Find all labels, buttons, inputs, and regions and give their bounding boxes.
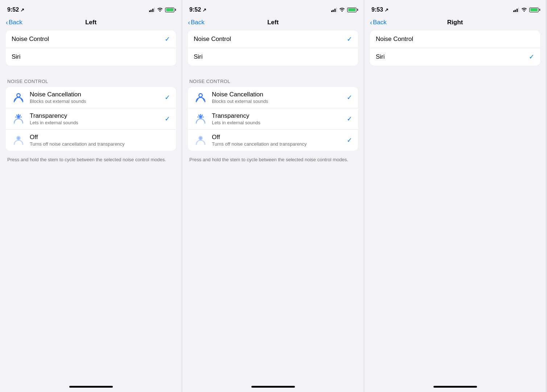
svg-point-3 [17, 116, 20, 118]
menu-label-siri-3: Siri [376, 53, 385, 61]
svg-point-14 [200, 116, 202, 118]
svg-point-21 [200, 137, 202, 139]
off-text-2: Off Turns off noise cancellation and tra… [212, 134, 342, 147]
transparency-subtitle-1: Lets in external sounds [30, 120, 160, 125]
off-icon-1 [12, 133, 25, 147]
back-label-1: Back [9, 19, 22, 26]
status-time-3: 9:53 ↗ [371, 7, 388, 13]
back-label-3: Back [373, 19, 387, 26]
status-icons-1 [149, 7, 175, 13]
noise-cancellation-check-1: ✓ [165, 93, 170, 101]
section-header-1: NOISE CONTROL [6, 79, 176, 84]
noise-cancellation-text-2: Noise Cancellation Blocks out external s… [212, 91, 342, 104]
menu-label-noise-3: Noise Control [376, 36, 413, 43]
menu-item-siri-2[interactable]: Siri ✓ [188, 48, 358, 66]
svg-point-12 [200, 94, 202, 97]
back-button-3[interactable]: ‹ Back [370, 19, 387, 26]
time-label: 9:52 [7, 7, 19, 13]
transparency-subtitle-2: Lets in external sounds [212, 120, 342, 125]
menu-card-3: Noise Control ✓ Siri ✓ [370, 30, 540, 66]
content-2: Noise Control ✓ Siri ✓ NOISE CONTROL [182, 30, 364, 383]
battery-icon-2 [347, 8, 357, 12]
menu-item-noise-control-2[interactable]: Noise Control ✓ [188, 30, 358, 48]
location-icon: ↗ [20, 7, 24, 13]
back-label-2: Back [191, 19, 205, 26]
menu-label-noise-1: Noise Control [12, 36, 49, 43]
status-bar-1: 9:52 ↗ [0, 0, 182, 17]
noise-cancellation-icon-1 [12, 91, 25, 104]
menu-label-siri-2: Siri [194, 53, 203, 61]
transparency-item-1[interactable]: Transparency Lets in external sounds ✓ [6, 108, 176, 130]
svg-point-17 [203, 117, 204, 118]
wifi-icon-2 [339, 7, 345, 13]
status-icons-2 [331, 7, 357, 13]
menu-check-noise-2: ✓ [347, 35, 352, 43]
footer-note-2: Press and hold the stem to cycle between… [188, 157, 358, 163]
svg-point-18 [198, 115, 200, 116]
noise-cancellation-item-2[interactable]: Noise Cancellation Blocks out external s… [188, 87, 358, 108]
time-label-2: 9:52 [189, 7, 201, 13]
section-header-2: NOISE CONTROL [188, 79, 358, 84]
menu-label-noise-2: Noise Control [194, 36, 231, 43]
back-chevron-icon-2: ‹ [188, 19, 190, 26]
menu-item-siri-1[interactable]: Siri ✓ [6, 48, 176, 66]
status-icons-3 [513, 7, 539, 13]
nav-bar-3: ‹ Back Right [364, 17, 546, 30]
time-label-3: 9:53 [371, 7, 383, 13]
menu-item-noise-control-3[interactable]: Noise Control ✓ [370, 30, 540, 48]
noise-cancellation-subtitle-2: Blocks out external sounds [212, 99, 342, 104]
transparency-check-1: ✓ [165, 115, 170, 123]
noise-cancellation-check-2: ✓ [347, 93, 352, 101]
menu-item-noise-control-1[interactable]: Noise Control ✓ [6, 30, 176, 48]
status-bar-2: 9:52 ↗ [182, 0, 364, 17]
svg-point-10 [17, 137, 20, 139]
nav-bar-1: ‹ Back Left [0, 17, 182, 30]
off-check-2: ✓ [347, 136, 352, 144]
off-item-2[interactable]: Off Turns off noise cancellation and tra… [188, 130, 358, 151]
phone-screen-1: 9:52 ↗ ‹ Back Left [0, 0, 182, 392]
content-3: Noise Control ✓ Siri ✓ [364, 30, 546, 383]
signal-icon [149, 8, 155, 12]
back-button-2[interactable]: ‹ Back [188, 19, 205, 26]
noise-cancellation-title-2: Noise Cancellation [212, 91, 342, 98]
phone-screen-3: 9:53 ↗ ‹ Back Right Noi [364, 0, 546, 392]
transparency-text-1: Transparency Lets in external sounds [30, 112, 160, 125]
home-bar-3 [433, 386, 477, 388]
noise-cancellation-item-1[interactable]: Noise Cancellation Blocks out external s… [6, 87, 176, 108]
transparency-check-2: ✓ [347, 115, 352, 123]
nav-title-2: Left [267, 19, 279, 26]
svg-point-7 [16, 115, 17, 116]
transparency-icon-2 [194, 112, 207, 126]
home-bar-1 [69, 386, 113, 388]
off-subtitle-1: Turns off noise cancellation and transpa… [30, 141, 160, 147]
wifi-icon-3 [521, 7, 527, 13]
menu-label-siri-1: Siri [12, 53, 21, 61]
battery-icon-3 [529, 8, 539, 12]
off-item-1[interactable]: Off Turns off noise cancellation and tra… [6, 130, 176, 151]
menu-card-1: Noise Control ✓ Siri ✓ [6, 30, 176, 66]
transparency-icon-1 [12, 112, 25, 126]
status-time-1: 9:52 ↗ [7, 7, 24, 13]
status-bar-3: 9:53 ↗ [364, 0, 546, 17]
menu-item-siri-3[interactable]: Siri ✓ [370, 48, 540, 66]
back-button-1[interactable]: ‹ Back [6, 19, 22, 26]
noise-cancellation-title-1: Noise Cancellation [30, 91, 160, 98]
nav-bar-2: ‹ Back Left [182, 17, 364, 30]
content-1: Noise Control ✓ Siri ✓ NOISE CONTROL [0, 30, 182, 383]
nav-title-3: Right [447, 19, 463, 26]
svg-point-1 [17, 94, 20, 97]
svg-point-19 [197, 117, 198, 118]
svg-point-5 [20, 115, 21, 116]
back-chevron-icon: ‹ [6, 19, 8, 26]
phone-screen-2: 9:52 ↗ ‹ Back Left Nois [182, 0, 364, 392]
noise-cancellation-subtitle-1: Blocks out external sounds [30, 99, 160, 104]
transparency-title-1: Transparency [30, 112, 160, 120]
location-icon-3: ↗ [384, 7, 388, 13]
status-time-2: 9:52 ↗ [189, 7, 206, 13]
svg-point-8 [15, 117, 16, 118]
transparency-item-2[interactable]: Transparency Lets in external sounds ✓ [188, 108, 358, 130]
location-icon-2: ↗ [202, 7, 206, 13]
nav-title-1: Left [85, 19, 96, 26]
battery-icon [165, 8, 174, 12]
off-icon-2 [194, 133, 207, 147]
